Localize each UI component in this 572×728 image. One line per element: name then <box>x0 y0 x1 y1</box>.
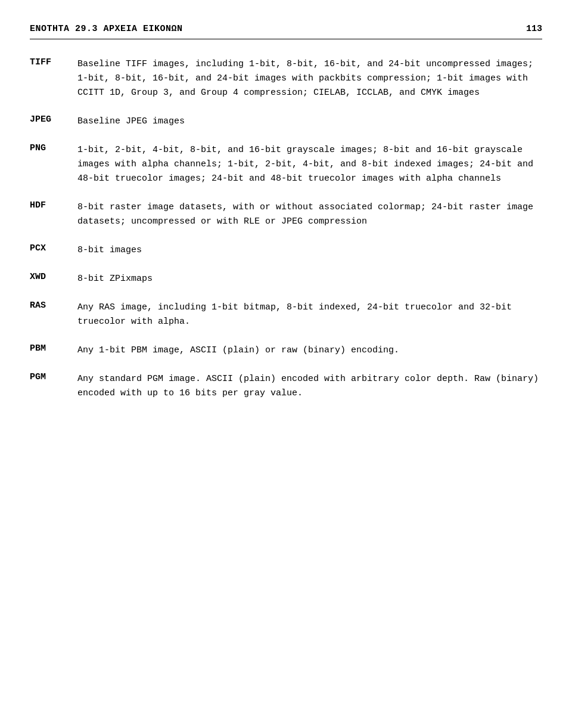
entry-label: TIFF <box>30 57 77 67</box>
entry-label: HDF <box>30 200 77 210</box>
entry-row: JPEGBaseline JPEG images <box>30 114 542 129</box>
entry-content: Any 1-bit PBM image, ASCII (plain) or ra… <box>77 343 542 358</box>
entry-content: Any RAS image, including 1-bit bitmap, 8… <box>77 301 542 329</box>
entry-row: XWD8-bit ZPixmaps <box>30 272 542 286</box>
entry-row: HDF8-bit raster image datasets, with or … <box>30 200 542 229</box>
entry-label: JPEG <box>30 114 77 125</box>
entry-content: Any standard PGM image. ASCII (plain) en… <box>77 372 542 401</box>
chapter-title: ΕΝΟΤΗΤΑ 29.3 ΑΡΧΕΙΑ ΕΙΚΟΝΩΝ <box>30 24 183 34</box>
entry-content: Baseline TIFF images, including 1-bit, 8… <box>77 57 542 100</box>
entry-row: PGMAny standard PGM image. ASCII (plain)… <box>30 372 542 401</box>
page-number: 113 <box>526 24 542 34</box>
entries-container: TIFFBaseline TIFF images, including 1-bi… <box>30 57 542 401</box>
entry-content: 1-bit, 2-bit, 4-bit, 8-bit, and 16-bit g… <box>77 143 542 186</box>
entry-content: 8-bit images <box>77 243 542 258</box>
entry-label: PCX <box>30 243 77 253</box>
page-header: ΕΝΟΤΗΤΑ 29.3 ΑΡΧΕΙΑ ΕΙΚΟΝΩΝ 113 <box>30 24 542 39</box>
entry-label: PGM <box>30 372 77 382</box>
entry-content: 8-bit raster image datasets, with or wit… <box>77 200 542 229</box>
entry-label: RAS <box>30 301 77 311</box>
entry-row: RASAny RAS image, including 1-bit bitmap… <box>30 301 542 329</box>
entry-label: PBM <box>30 343 77 354</box>
entry-content: Baseline JPEG images <box>77 114 542 129</box>
entry-row: PNG1-bit, 2-bit, 4-bit, 8-bit, and 16-bi… <box>30 143 542 186</box>
entry-row: PCX8-bit images <box>30 243 542 258</box>
entry-label: XWD <box>30 272 77 282</box>
entry-label: PNG <box>30 143 77 153</box>
entry-row: PBMAny 1-bit PBM image, ASCII (plain) or… <box>30 343 542 358</box>
entry-content: 8-bit ZPixmaps <box>77 272 542 286</box>
entry-row: TIFFBaseline TIFF images, including 1-bi… <box>30 57 542 100</box>
